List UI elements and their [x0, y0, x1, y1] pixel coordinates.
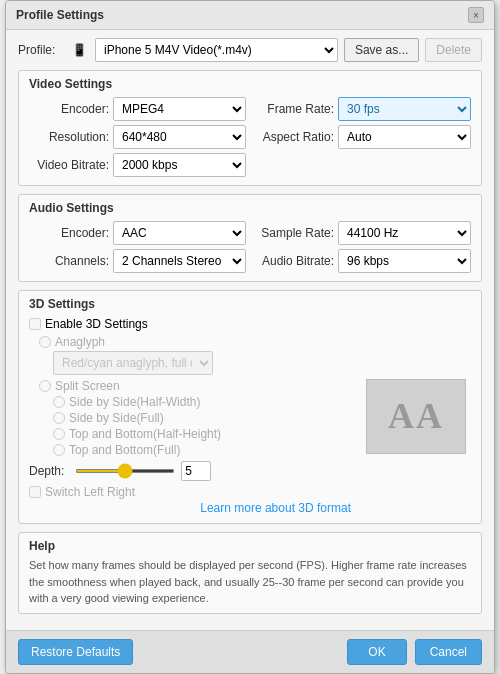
audio-bitrate-label: Audio Bitrate: — [254, 254, 334, 268]
side-full-label: Side by Side(Full) — [69, 411, 164, 425]
video-right-col: Frame Rate: 30 fps Aspect Ratio: Auto — [254, 97, 471, 177]
aspect-ratio-label: Aspect Ratio: — [254, 130, 334, 144]
side-half-radio[interactable] — [53, 396, 65, 408]
3d-settings-body: Enable 3D Settings Anaglyph Red/cyan ana… — [29, 317, 471, 515]
side-full-radio[interactable] — [53, 412, 65, 424]
audio-bitrate-row: Audio Bitrate: 96 kbps — [254, 249, 471, 273]
split-screen-row: Split Screen — [39, 379, 351, 393]
depth-value-input[interactable] — [181, 461, 211, 481]
depth-label: Depth: — [29, 464, 69, 478]
split-screen-radio[interactable] — [39, 380, 51, 392]
anaglyph-label: Anaglyph — [55, 335, 105, 349]
resolution-select[interactable]: 640*480 — [113, 125, 246, 149]
top-half-radio[interactable] — [53, 428, 65, 440]
title-bar: Profile Settings × — [6, 1, 494, 30]
mobile-icon: 📱 — [72, 43, 87, 57]
side-full-row: Side by Side(Full) — [53, 411, 351, 425]
side-half-row: Side by Side(Half-Width) — [53, 395, 351, 409]
help-text: Set how many frames should be displayed … — [29, 557, 471, 607]
audio-right-col: Sample Rate: 44100 Hz Audio Bitrate: 96 … — [254, 221, 471, 273]
help-title: Help — [29, 539, 471, 553]
anaglyph-row: Anaglyph — [39, 335, 351, 349]
audio-settings-grid: Encoder: AAC Channels: 2 Channels Stereo — [29, 221, 471, 273]
channels-select[interactable]: 2 Channels Stereo — [113, 249, 246, 273]
channels-label: Channels: — [29, 254, 109, 268]
depth-row: Depth: — [29, 461, 351, 481]
audio-bitrate-select[interactable]: 96 kbps — [338, 249, 471, 273]
profile-label: Profile: — [18, 43, 66, 57]
bitrate-row: Video Bitrate: 2000 kbps — [29, 153, 246, 177]
profile-settings-dialog: Profile Settings × Profile: 📱 iPhone 5 M… — [5, 0, 495, 674]
encoder-label: Encoder: — [29, 102, 109, 116]
switch-row: Switch Left Right — [29, 485, 351, 499]
enable-3d-checkbox[interactable] — [29, 318, 41, 330]
anaglyph-select-row: Red/cyan anaglyph, full color — [53, 351, 351, 375]
top-full-radio[interactable] — [53, 444, 65, 456]
learn-more-link[interactable]: Learn more about 3D format — [29, 501, 351, 515]
audio-settings-section: Audio Settings Encoder: AAC Channels: 2 … — [18, 194, 482, 282]
save-as-button[interactable]: Save as... — [344, 38, 419, 62]
video-left-col: Encoder: MPEG4 Resolution: 640*480 Video… — [29, 97, 246, 177]
anaglyph-select[interactable]: Red/cyan anaglyph, full color — [53, 351, 213, 375]
split-screen-label: Split Screen — [55, 379, 120, 393]
audio-encoder-select[interactable]: AAC — [113, 221, 246, 245]
bitrate-label: Video Bitrate: — [29, 158, 109, 172]
preview-text: AA — [388, 395, 444, 437]
aspect-ratio-row: Aspect Ratio: Auto — [254, 125, 471, 149]
enable-3d-label: Enable 3D Settings — [45, 317, 148, 331]
top-full-row: Top and Bottom(Full) — [53, 443, 351, 457]
3d-settings-title: 3D Settings — [29, 297, 471, 311]
encoder-select[interactable]: MPEG4 — [113, 97, 246, 121]
cancel-button[interactable]: Cancel — [415, 639, 482, 665]
top-full-label: Top and Bottom(Full) — [69, 443, 180, 457]
top-half-row: Top and Bottom(Half-Height) — [53, 427, 351, 441]
3d-settings-left: Enable 3D Settings Anaglyph Red/cyan ana… — [29, 317, 351, 515]
audio-encoder-row: Encoder: AAC — [29, 221, 246, 245]
anaglyph-radio[interactable] — [39, 336, 51, 348]
frame-rate-select[interactable]: 30 fps — [338, 97, 471, 121]
help-section: Help Set how many frames should be displ… — [18, 532, 482, 614]
close-icon: × — [473, 10, 479, 21]
audio-encoder-label: Encoder: — [29, 226, 109, 240]
video-settings-title: Video Settings — [29, 77, 471, 91]
enable-3d-row: Enable 3D Settings — [29, 317, 351, 331]
sample-rate-select[interactable]: 44100 Hz — [338, 221, 471, 245]
switch-lr-label: Switch Left Right — [45, 485, 135, 499]
video-settings-section: Video Settings Encoder: MPEG4 Resolution… — [18, 70, 482, 186]
profile-select[interactable]: iPhone 5 M4V Video(*.m4v) — [95, 38, 338, 62]
top-half-label: Top and Bottom(Half-Height) — [69, 427, 221, 441]
depth-slider[interactable] — [75, 469, 175, 473]
encoder-row: Encoder: MPEG4 — [29, 97, 246, 121]
restore-defaults-button[interactable]: Restore Defaults — [18, 639, 133, 665]
audio-left-col: Encoder: AAC Channels: 2 Channels Stereo — [29, 221, 246, 273]
profile-row: Profile: 📱 iPhone 5 M4V Video(*.m4v) Sav… — [18, 38, 482, 62]
side-half-label: Side by Side(Half-Width) — [69, 395, 200, 409]
resolution-label: Resolution: — [29, 130, 109, 144]
preview-box: AA — [366, 379, 466, 454]
dialog-content: Profile: 📱 iPhone 5 M4V Video(*.m4v) Sav… — [6, 30, 494, 630]
frame-rate-label: Frame Rate: — [254, 102, 334, 116]
resolution-row: Resolution: 640*480 — [29, 125, 246, 149]
sample-rate-row: Sample Rate: 44100 Hz — [254, 221, 471, 245]
ok-button[interactable]: OK — [347, 639, 406, 665]
3d-preview-area: AA — [361, 317, 471, 515]
close-button[interactable]: × — [468, 7, 484, 23]
audio-settings-title: Audio Settings — [29, 201, 471, 215]
aspect-ratio-select[interactable]: Auto — [338, 125, 471, 149]
video-settings-grid: Encoder: MPEG4 Resolution: 640*480 Video… — [29, 97, 471, 177]
footer-right: OK Cancel — [347, 639, 482, 665]
sample-rate-label: Sample Rate: — [254, 226, 334, 240]
switch-lr-checkbox[interactable] — [29, 486, 41, 498]
channels-row: Channels: 2 Channels Stereo — [29, 249, 246, 273]
3d-settings-section: 3D Settings Enable 3D Settings Anaglyph … — [18, 290, 482, 524]
footer: Restore Defaults OK Cancel — [6, 630, 494, 673]
delete-button[interactable]: Delete — [425, 38, 482, 62]
frame-rate-row: Frame Rate: 30 fps — [254, 97, 471, 121]
dialog-title: Profile Settings — [16, 8, 104, 22]
bitrate-select[interactable]: 2000 kbps — [113, 153, 246, 177]
